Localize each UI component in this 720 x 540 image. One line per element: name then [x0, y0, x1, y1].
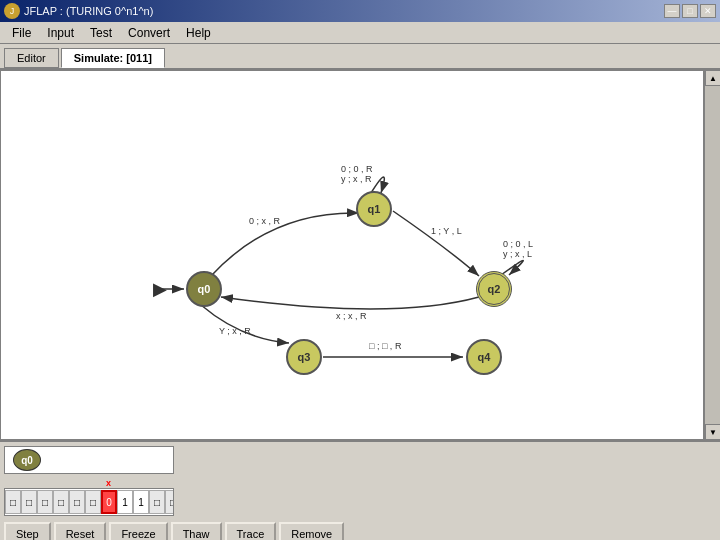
- tape-display: □ □ □ □ □ □ 0 1 1 □ □: [4, 488, 174, 516]
- menu-test[interactable]: Test: [82, 24, 120, 42]
- minimize-button[interactable]: —: [664, 4, 680, 18]
- scroll-up-button[interactable]: ▲: [705, 70, 720, 86]
- tab-bar: Editor Simulate: [011]: [0, 44, 720, 70]
- title-bar: J JFLAP : (TURING 0^n1^n) — □ ✕: [0, 0, 720, 22]
- step-button[interactable]: Step: [4, 522, 51, 540]
- tape-cell-5: □: [85, 490, 101, 514]
- trans-label-q2-q0: x ; x , R: [336, 311, 367, 321]
- button-row: Step Reset Freeze Thaw Trace Remove: [4, 522, 716, 540]
- trans-label-q1-self: 0 ; 0 , Ry ; x , R: [341, 164, 373, 184]
- trans-label-q0-q1: 0 ; x , R: [249, 216, 280, 226]
- state-q4[interactable]: q4: [466, 339, 502, 375]
- menu-bar: File Input Test Convert Help: [0, 22, 720, 44]
- menu-file[interactable]: File: [4, 24, 39, 42]
- state-q3[interactable]: q3: [286, 339, 322, 375]
- tape-cell-3: □: [53, 490, 69, 514]
- remove-button[interactable]: Remove: [279, 522, 344, 540]
- thaw-button[interactable]: Thaw: [171, 522, 222, 540]
- state-q1[interactable]: q1: [356, 191, 392, 227]
- menu-convert[interactable]: Convert: [120, 24, 178, 42]
- menu-input[interactable]: Input: [39, 24, 82, 42]
- trace-button[interactable]: Trace: [225, 522, 277, 540]
- window-controls[interactable]: — □ ✕: [664, 4, 716, 18]
- scroll-track[interactable]: [705, 86, 720, 424]
- tab-editor[interactable]: Editor: [4, 48, 59, 68]
- tape-cell-6: 0: [101, 490, 117, 514]
- canvas-area[interactable]: ▶ q0 q1 q2 q3 q4 0 ; 0 , Ry ; x , R 0 ; …: [0, 70, 704, 440]
- menu-help[interactable]: Help: [178, 24, 219, 42]
- simulation-panel: q0 x □ □ □ □ □ □ 0 1 1 □ □ Step Reset Fr…: [0, 440, 720, 540]
- scrollbar[interactable]: ▲ ▼: [704, 70, 720, 440]
- main-content: ▶ q0 q1 q2 q3 q4 0 ; 0 , Ry ; x , R 0 ; …: [0, 70, 720, 440]
- state-q0[interactable]: q0: [186, 271, 222, 307]
- state-display: q0: [4, 446, 174, 474]
- tape-cell-7: 1: [117, 490, 133, 514]
- state-q2[interactable]: q2: [476, 271, 512, 307]
- trans-label-q1-q2: 1 ; Y , L: [431, 226, 462, 236]
- tape-cell-2: □: [37, 490, 53, 514]
- scroll-down-button[interactable]: ▼: [705, 424, 720, 440]
- tab-simulate[interactable]: Simulate: [011]: [61, 48, 165, 68]
- tape-cell-1: □: [21, 490, 37, 514]
- reset-button[interactable]: Reset: [54, 522, 107, 540]
- start-arrow: ▶: [153, 278, 167, 300]
- app-icon: J: [4, 3, 20, 19]
- tape-head-marker: x: [106, 478, 111, 488]
- current-state-bubble: q0: [13, 449, 41, 471]
- close-button[interactable]: ✕: [700, 4, 716, 18]
- tape-cell-10: □: [165, 490, 174, 514]
- tape-cell-8: 1: [133, 490, 149, 514]
- tape-cell-9: □: [149, 490, 165, 514]
- freeze-button[interactable]: Freeze: [109, 522, 167, 540]
- trans-label-q2-self: 0 ; 0 , Ly ; x , L: [503, 239, 533, 259]
- tape-cell-0: □: [5, 490, 21, 514]
- transitions-svg: [1, 71, 703, 439]
- trans-label-q0-q3: Y ; x , R: [219, 326, 251, 336]
- tape-cell-4: □: [69, 490, 85, 514]
- window-title: JFLAP : (TURING 0^n1^n): [24, 5, 153, 17]
- trans-label-q3-q4: □ ; □ , R: [369, 341, 401, 351]
- maximize-button[interactable]: □: [682, 4, 698, 18]
